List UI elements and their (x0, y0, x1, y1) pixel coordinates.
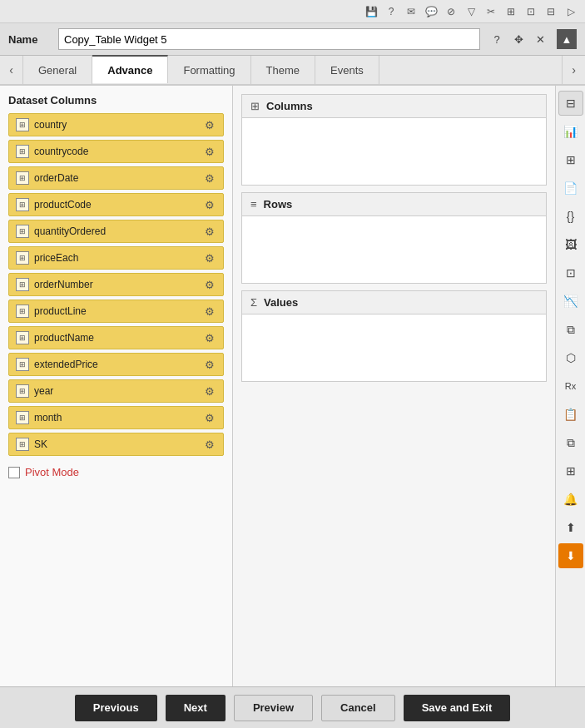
sidebar-layers-icon[interactable]: ⧉ (558, 430, 583, 455)
sidebar-doc-icon[interactable]: 📄 (558, 176, 583, 201)
list-item[interactable]: ⊞ priceEach ⚙ (8, 246, 224, 270)
pivot-mode-checkbox[interactable] (8, 467, 20, 478)
col-label: month (34, 412, 203, 423)
list-item[interactable]: ⊞ productLine ⚙ (8, 300, 224, 323)
sidebar-grid-icon[interactable]: ⊡ (558, 260, 583, 285)
columns-body[interactable] (242, 118, 546, 185)
tab-advance[interactable]: Advance (92, 55, 168, 83)
close-icon[interactable]: ✕ (532, 31, 548, 47)
cancel-button[interactable]: Cancel (321, 695, 395, 721)
sidebar-apps-icon[interactable]: ⊞ (558, 458, 583, 483)
list-item[interactable]: ⊞ quantityOrdered ⚙ (8, 220, 224, 243)
gear-icon[interactable]: ⚙ (203, 118, 216, 131)
list-item[interactable]: ⊞ countrycode ⚙ (8, 140, 224, 163)
sidebar-bell-icon[interactable]: 🔔 (558, 487, 583, 512)
col-label: SK (34, 438, 203, 450)
chat-icon[interactable]: 💬 (424, 4, 439, 19)
next-button[interactable]: Next (166, 695, 226, 721)
values-title: Values (264, 296, 298, 309)
widget-name-input[interactable] (58, 28, 480, 50)
col-table-icon: ⊞ (16, 198, 29, 211)
col-table-icon: ⊞ (16, 438, 29, 451)
sidebar-pivot-icon[interactable]: ⊞ (558, 147, 583, 172)
gear-icon[interactable]: ⚙ (203, 438, 216, 451)
col-table-icon: ⊞ (16, 331, 29, 344)
gear-icon[interactable]: ⚙ (203, 411, 216, 424)
tabs-bar: ‹ General Advance Formatting Theme Event… (0, 56, 585, 86)
rows-header[interactable]: ≡ Rows (242, 193, 546, 216)
chart-icon[interactable]: ⊡ (523, 4, 538, 19)
help-btn[interactable]: ? (488, 31, 505, 47)
sidebar-file-icon[interactable]: 📋 (558, 402, 583, 427)
pivot-mode-label: Pivot Mode (25, 466, 79, 478)
save-exit-button[interactable]: Save and Exit (404, 695, 511, 721)
layout-icon[interactable]: ⊟ (543, 4, 558, 19)
list-item[interactable]: ⊞ orderDate ⚙ (8, 166, 224, 190)
preview-button[interactable]: Preview (234, 695, 313, 721)
rows-icon: ≡ (250, 198, 257, 210)
gear-icon[interactable]: ⚙ (203, 198, 216, 211)
gear-icon[interactable]: ⚙ (203, 225, 216, 238)
tab-events[interactable]: Events (315, 56, 379, 84)
gear-icon[interactable]: ⚙ (203, 331, 216, 344)
columns-drop-zone: ⊞ Columns (241, 94, 547, 186)
list-item[interactable]: ⊞ extendedPrice ⚙ (8, 353, 224, 376)
filter-icon[interactable]: ▽ (464, 4, 478, 19)
columns-header[interactable]: ⊞ Columns (242, 95, 546, 118)
list-item[interactable]: ⊞ year ⚙ (8, 379, 224, 403)
list-item[interactable]: ⊞ productName ⚙ (8, 326, 224, 349)
sidebar-bar-icon[interactable]: 📉 (558, 289, 583, 314)
gear-icon[interactable]: ⚙ (203, 171, 216, 185)
tab-formatting[interactable]: Formatting (168, 56, 250, 84)
move-icon[interactable]: ✥ (510, 31, 527, 47)
col-label: productName (34, 332, 203, 344)
col-label: productCode (34, 199, 203, 210)
play-icon[interactable]: ▷ (563, 4, 578, 19)
col-table-icon: ⊞ (16, 225, 29, 238)
gear-icon[interactable]: ⚙ (203, 358, 216, 371)
cut-icon[interactable]: ✂ (483, 4, 498, 19)
sidebar-download-icon[interactable]: ⬇ (558, 543, 583, 568)
sidebar-nodes-icon[interactable]: ⬡ (558, 345, 583, 370)
tab-right-arrow[interactable]: › (562, 56, 585, 84)
footer-bar: Previous Next Preview Cancel Save and Ex… (0, 686, 585, 728)
gear-icon[interactable]: ⚙ (203, 384, 216, 398)
sidebar-table-icon[interactable]: ⊟ (558, 91, 583, 116)
mail-icon[interactable]: ✉ (404, 4, 419, 19)
collapse-button[interactable]: ▲ (557, 29, 577, 49)
sidebar-upload-icon[interactable]: ⬆ (558, 515, 583, 540)
list-item[interactable]: ⊞ SK ⚙ (8, 433, 224, 456)
col-label: orderDate (34, 172, 203, 184)
sidebar-copy-icon[interactable]: ⧉ (558, 317, 583, 342)
help-icon[interactable]: ? (384, 4, 399, 19)
col-table-icon: ⊞ (16, 384, 29, 398)
sidebar-code-icon[interactable]: {} (558, 204, 583, 229)
gear-icon[interactable]: ⚙ (203, 305, 216, 318)
tab-general[interactable]: General (23, 56, 92, 84)
widget-container: Name ? ✥ ✕ ▲ ‹ General Advance Formattin… (0, 23, 585, 728)
name-label: Name (8, 33, 50, 46)
columns-title: Columns (266, 100, 313, 112)
save-icon[interactable]: 💾 (364, 4, 379, 19)
sidebar-chart-icon[interactable]: 📊 (558, 119, 583, 144)
col-table-icon: ⊞ (16, 305, 29, 318)
filter-off-icon[interactable]: ⊘ (444, 4, 459, 19)
gear-icon[interactable]: ⚙ (203, 145, 216, 158)
rows-drop-zone: ≡ Rows (241, 192, 547, 284)
list-item[interactable]: ⊞ productCode ⚙ (8, 193, 224, 216)
sidebar-image-icon[interactable]: 🖼 (558, 232, 583, 257)
tab-left-arrow[interactable]: ‹ (0, 56, 23, 84)
list-item[interactable]: ⊞ month ⚙ (8, 406, 224, 429)
rows-body[interactable] (242, 216, 546, 283)
sidebar-rx-icon[interactable]: Rx (558, 374, 583, 399)
gear-icon[interactable]: ⚙ (203, 278, 216, 291)
gear-icon[interactable]: ⚙ (203, 251, 216, 265)
values-header[interactable]: Σ Values (242, 291, 546, 314)
tab-theme[interactable]: Theme (251, 56, 315, 84)
previous-button[interactable]: Previous (75, 695, 157, 721)
list-item[interactable]: ⊞ orderNumber ⚙ (8, 273, 224, 296)
values-body[interactable] (242, 314, 546, 381)
list-item[interactable]: ⊞ country ⚙ (8, 113, 224, 136)
table-icon[interactable]: ⊞ (503, 4, 518, 19)
col-label: orderNumber (34, 279, 203, 290)
